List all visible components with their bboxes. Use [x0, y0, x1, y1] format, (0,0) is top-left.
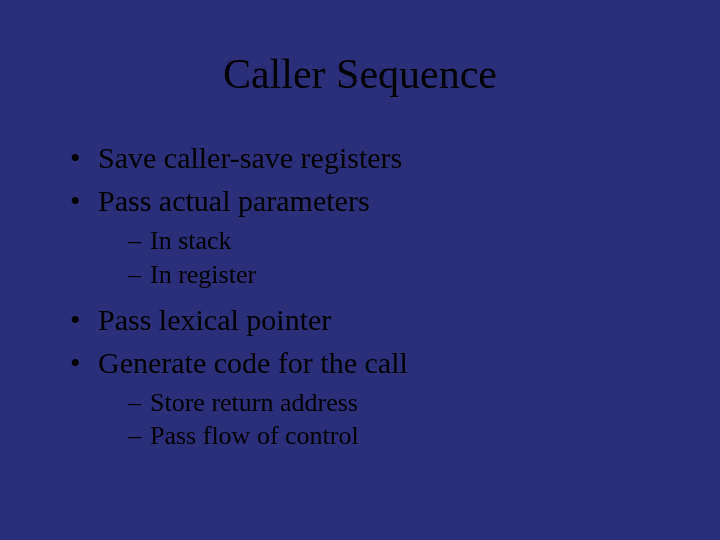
slide: Caller Sequence Save caller-save registe… [0, 0, 720, 540]
sub-list: Store return address Pass flow of contro… [128, 386, 670, 454]
list-item: Pass actual parameters In stack In regis… [70, 181, 670, 292]
list-item: Generate code for the call Store return … [70, 343, 670, 454]
sub-list: In stack In register [128, 224, 670, 292]
sub-bullet-text: Store return address [150, 388, 358, 417]
bullet-text: Save caller-save registers [98, 141, 402, 174]
slide-title: Caller Sequence [50, 50, 670, 98]
sub-list-item: In stack [128, 224, 670, 258]
bullet-list: Save caller-save registers Pass actual p… [70, 138, 670, 453]
sub-bullet-text: Pass flow of control [150, 421, 359, 450]
sub-list-item: Pass flow of control [128, 419, 670, 453]
list-item: Pass lexical pointer [70, 300, 670, 339]
bullet-text: Pass actual parameters [98, 184, 370, 217]
sub-bullet-text: In register [150, 260, 256, 289]
bullet-text: Generate code for the call [98, 346, 408, 379]
sub-list-item: Store return address [128, 386, 670, 420]
sub-bullet-text: In stack [150, 226, 232, 255]
bullet-text: Pass lexical pointer [98, 303, 331, 336]
list-item: Save caller-save registers [70, 138, 670, 177]
sub-list-item: In register [128, 258, 670, 292]
